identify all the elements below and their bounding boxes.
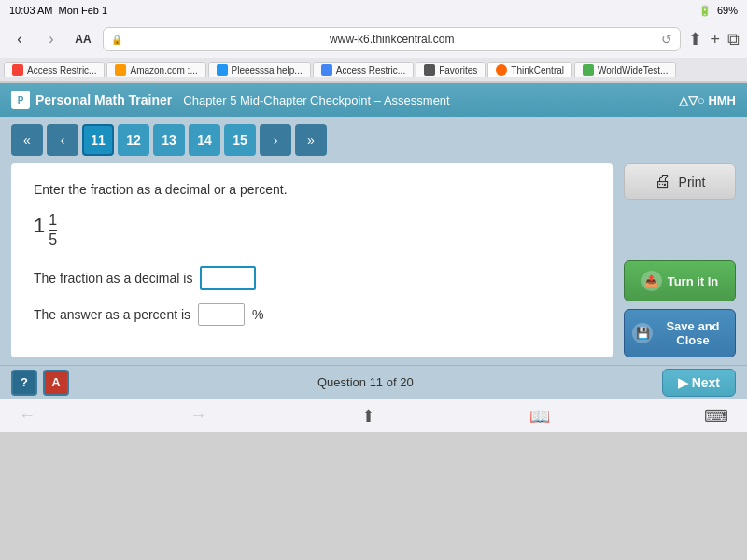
status-indicators: 🔋 69%: [698, 5, 738, 17]
last-question-button[interactable]: »: [295, 124, 327, 156]
url-text: www-k6.thinkcentral.com: [128, 33, 655, 46]
prev-question-button[interactable]: ‹: [47, 124, 78, 156]
ios-keyboard-button[interactable]: ⌨: [704, 406, 728, 427]
forward-button[interactable]: ›: [39, 27, 63, 51]
percent-input[interactable]: [198, 303, 245, 326]
numerator: 1: [49, 212, 57, 229]
next-question-button[interactable]: ›: [260, 124, 291, 156]
reader-mode-icon: AA: [71, 31, 94, 48]
print-button[interactable]: 🖨 Print: [624, 163, 736, 200]
status-bar: 10:03 AM Mon Feb 1 🔋 69%: [0, 0, 747, 21]
fraction-display: 1 1 5: [34, 212, 590, 247]
last-question-icon: »: [307, 133, 315, 147]
app-header-title: Chapter 5 Mid-Chapter Checkpoint – Asses…: [183, 93, 449, 107]
percent-label: The answer as a percent is: [34, 307, 190, 322]
save-close-label: Save and Close: [658, 319, 727, 347]
tab-favicon-access1: [12, 64, 23, 76]
tab-favicon-pleee: [217, 64, 228, 76]
hmh-logo: △▽○ HMH: [679, 93, 736, 107]
question-number-15[interactable]: 15: [224, 124, 256, 156]
app-logo-text: Personal Math Trainer: [35, 92, 172, 107]
reload-button[interactable]: ↺: [661, 32, 672, 47]
hmh-text: △▽○ HMH: [679, 93, 736, 107]
help-q-label: ?: [21, 375, 28, 389]
main-area: « ‹ 11 12 13 14 15 › » Enter the fractio…: [0, 117, 747, 399]
tab-label-amazon: Amazon.com :...: [130, 65, 197, 76]
percent-sign: %: [252, 307, 263, 322]
next-button[interactable]: ▶ Next: [662, 369, 736, 397]
spacer: [624, 207, 736, 253]
whole-number: 1: [34, 212, 45, 236]
question-count: Question 11 of 20: [317, 375, 414, 389]
percent-question-line: The answer as a percent is %: [34, 303, 590, 326]
help-buttons: ? A: [11, 370, 69, 396]
status-time-area: 10:03 AM Mon Feb 1: [9, 5, 107, 16]
print-icon: 🖨: [655, 172, 671, 191]
turn-it-in-icon: 📤: [641, 271, 662, 291]
turn-it-in-button[interactable]: 📤 Turn it In: [624, 260, 736, 301]
tab-label-access1: Access Restric...: [27, 65, 96, 76]
ios-bookmark-button[interactable]: 📖: [529, 406, 550, 427]
decimal-label: The fraction as a decimal is: [34, 271, 192, 286]
app-logo: P Personal Math Trainer: [11, 91, 172, 109]
hint-button[interactable]: A: [43, 370, 69, 396]
question-number-12[interactable]: 12: [118, 124, 149, 156]
share-button[interactable]: ⬆: [688, 29, 702, 49]
tab-label-favorites: Favorites: [439, 65, 477, 76]
decimal-question-line: The fraction as a decimal is: [34, 266, 590, 290]
reader-mode-button[interactable]: AA: [71, 27, 95, 51]
tab-label-pleee: Pleeesssa help...: [232, 65, 303, 76]
browser-actions: ⬆ + ⧉: [688, 29, 740, 49]
status-time: 10:03 AM: [9, 5, 52, 16]
tab-favicon-think: [496, 64, 507, 76]
ios-forward-button[interactable]: →: [190, 406, 206, 426]
prev-question-icon: ‹: [61, 133, 65, 147]
tab-label-think: ThinkCentral: [511, 65, 564, 76]
tab-worldwidetest[interactable]: WorldWideTest...: [574, 62, 676, 77]
question-panel: Enter the fraction as a decimal or a per…: [11, 163, 613, 357]
tab-access1[interactable]: Access Restric...: [4, 62, 105, 77]
tabs-bar: Access Restric... Amazon.com :... Pleees…: [0, 58, 747, 82]
tab-favicon-amazon: [115, 64, 126, 76]
help-question-button[interactable]: ?: [11, 370, 37, 396]
back-button[interactable]: ‹: [7, 27, 32, 51]
next-arrow-icon: ▶: [678, 375, 688, 390]
battery-level: 69%: [717, 5, 738, 16]
tab-access2[interactable]: Access Restric...: [313, 62, 414, 77]
denominator: 5: [49, 231, 57, 248]
windows-button[interactable]: ⧉: [727, 29, 740, 49]
url-bar[interactable]: 🔒 www-k6.thinkcentral.com ↺: [103, 27, 681, 51]
print-label: Print: [679, 175, 706, 189]
next-question-icon: ›: [274, 133, 278, 147]
tab-amazon[interactable]: Amazon.com :...: [106, 62, 205, 77]
decimal-input[interactable]: [200, 266, 256, 290]
ios-share-button[interactable]: ⬆: [361, 406, 375, 427]
turn-it-in-label: Turn it In: [668, 274, 719, 288]
bottom-bar: ? A Question 11 of 20 ▶ Next: [0, 365, 747, 399]
status-date: Mon Feb 1: [58, 5, 107, 16]
question-number-13[interactable]: 13: [153, 124, 185, 156]
tab-pleeesssa[interactable]: Pleeesssa help...: [208, 62, 311, 77]
content-row: Enter the fraction as a decimal or a per…: [0, 163, 747, 365]
ios-back-button[interactable]: ←: [19, 406, 35, 426]
tab-favicon-fav: [424, 64, 435, 76]
tab-favorites[interactable]: Favorites: [416, 62, 486, 77]
new-tab-button[interactable]: +: [710, 29, 720, 49]
question-number-14[interactable]: 14: [189, 124, 220, 156]
first-question-button[interactable]: «: [11, 124, 43, 156]
logo-icon: P: [11, 91, 30, 109]
app-header: P Personal Math Trainer Chapter 5 Mid-Ch…: [0, 83, 747, 117]
tab-label-access2: Access Restric...: [336, 65, 405, 76]
browser-chrome: ‹ › AA 🔒 www-k6.thinkcentral.com ↺ ⬆ + ⧉…: [0, 21, 747, 83]
question-instruction: Enter the fraction as a decimal or a per…: [34, 182, 590, 197]
save-and-close-button[interactable]: 💾 Save and Close: [624, 309, 736, 357]
ios-bottom-bar: ← → ⬆ 📖 ⌨: [0, 399, 747, 432]
tab-favicon-world: [583, 64, 594, 76]
fraction-part: 1 5: [49, 212, 57, 247]
lock-icon: 🔒: [111, 35, 122, 45]
save-close-icon: 💾: [632, 323, 653, 343]
battery-icon: 🔋: [698, 5, 712, 17]
question-number-11[interactable]: 11: [82, 124, 114, 156]
tab-thinkcentral[interactable]: ThinkCentral: [487, 62, 572, 77]
first-question-icon: «: [23, 133, 31, 147]
